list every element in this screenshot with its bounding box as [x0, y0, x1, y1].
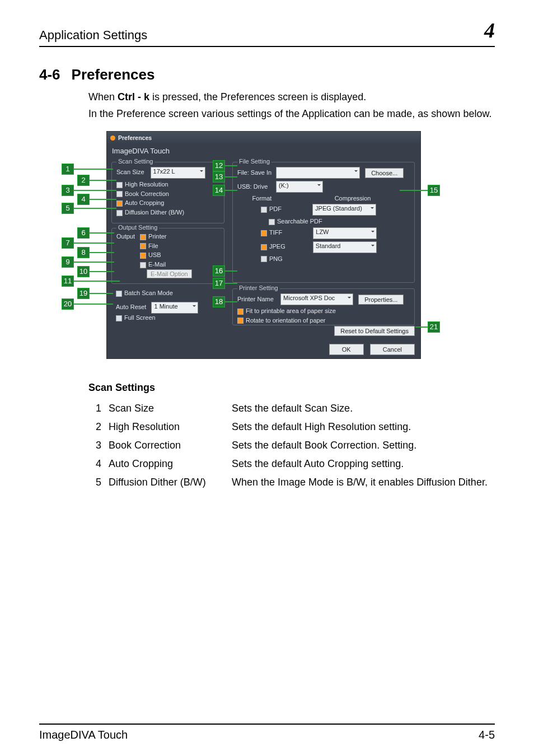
callout-20: 20: [62, 298, 74, 310]
callout-2: 2: [77, 175, 90, 186]
scan-settings-heading: Scan Settings: [88, 382, 495, 394]
callout-16: 16: [213, 265, 225, 277]
auto-reset-combo[interactable]: 1 Minute: [151, 302, 198, 314]
callout-12: 12: [213, 160, 225, 171]
table-row: 2High ResolutionSets the default High Re…: [88, 418, 491, 436]
format-pdf-checkbox[interactable]: [261, 207, 267, 213]
callout-10: 10: [77, 266, 90, 277]
ok-button[interactable]: OK: [329, 344, 364, 355]
callout-17: 17: [213, 278, 225, 289]
printer-setting-legend: Printer Setting: [237, 284, 280, 291]
preferences-figure: Preferences ImageDIVA Touch Scan Setting…: [62, 131, 442, 367]
rotate-checkbox[interactable]: [237, 318, 243, 324]
full-screen-checkbox[interactable]: [116, 315, 122, 321]
callout-14: 14: [213, 185, 225, 196]
file-setting-legend: File Setting: [237, 158, 271, 165]
high-resolution-checkbox[interactable]: [116, 182, 123, 188]
callout-3: 3: [62, 185, 74, 196]
section-title: Preferences: [72, 66, 155, 83]
output-printer-checkbox[interactable]: [140, 234, 146, 240]
output-file-checkbox[interactable]: [140, 243, 146, 249]
output-email-checkbox[interactable]: [140, 262, 146, 268]
callout-15: 15: [428, 185, 440, 196]
callout-4: 4: [77, 194, 90, 205]
chapter-number: 4: [484, 18, 495, 43]
email-option-button[interactable]: E-Mail Option: [147, 269, 192, 278]
intro-text: When Ctrl - k is pressed, the Preference…: [88, 90, 495, 121]
usb-drive-combo[interactable]: (K:): [276, 181, 323, 193]
printer-setting-group: Printer Setting Printer Name Microsoft X…: [232, 288, 415, 325]
book-correction-checkbox[interactable]: [116, 191, 123, 197]
callout-5: 5: [62, 203, 74, 214]
window-heading: ImageDIVA Touch: [107, 144, 420, 156]
callout-11: 11: [62, 276, 74, 287]
callout-8: 8: [77, 247, 90, 258]
output-setting-group: Output Setting Output Printer File USB E…: [111, 228, 224, 284]
callout-21: 21: [428, 321, 440, 333]
scan-setting-legend: Scan Setting: [116, 158, 154, 165]
table-row: 3Book CorrectionSets the default Book Co…: [88, 436, 491, 455]
searchable-pdf-checkbox[interactable]: [269, 219, 275, 225]
choose-button[interactable]: Choose...: [365, 168, 404, 178]
pdf-compression-combo[interactable]: JPEG (Standard): [312, 204, 376, 216]
header-rule: [39, 46, 495, 47]
reset-defaults-button[interactable]: Reset to Default Settings: [334, 326, 415, 336]
scan-size-label: Scan Size: [116, 169, 144, 176]
scan-settings-table: 1Scan SizeSets the default Scan Size. 2H…: [88, 399, 491, 492]
jpeg-compression-combo[interactable]: Standard: [313, 241, 377, 253]
high-resolution-label: High Resolution: [125, 181, 168, 188]
callout-7: 7: [62, 237, 74, 249]
file-setting-group: File Setting File: Save In Choose... USB…: [232, 162, 415, 283]
section-number: 4-6: [39, 66, 60, 83]
book-correction-label: Book Correction: [125, 190, 169, 197]
auto-cropping-checkbox[interactable]: [116, 200, 123, 207]
scan-size-combo[interactable]: 17x22 L: [151, 167, 205, 179]
diffusion-dither-checkbox[interactable]: [116, 210, 123, 216]
window-titlebar: Preferences: [107, 132, 420, 144]
format-png-checkbox[interactable]: [261, 256, 267, 262]
diffusion-dither-label: Diffusion Dither (B/W): [125, 209, 184, 216]
cancel-button[interactable]: Cancel: [370, 344, 415, 355]
format-tiff-checkbox[interactable]: [261, 230, 267, 236]
callout-19: 19: [77, 288, 90, 299]
table-row: 5Diffusion Dither (B/W)When the Image Mo…: [88, 473, 491, 492]
table-row: 4Auto CroppingSets the default Auto Crop…: [88, 455, 491, 473]
batch-scan-checkbox[interactable]: [116, 291, 122, 297]
callout-13: 13: [213, 171, 225, 183]
output-label: Output: [116, 233, 135, 240]
preferences-window: Preferences ImageDIVA Touch Scan Setting…: [106, 131, 421, 359]
tiff-compression-combo[interactable]: LZW: [313, 227, 377, 239]
format-jpeg-checkbox[interactable]: [261, 244, 267, 250]
callout-18: 18: [213, 296, 225, 307]
table-row: 1Scan SizeSets the default Scan Size.: [88, 399, 491, 418]
app-icon: [110, 136, 115, 141]
output-setting-legend: Output Setting: [116, 224, 159, 231]
scan-setting-group: Scan Setting Scan Size 17x22 L High Reso…: [111, 162, 224, 223]
auto-cropping-label: Auto Cropping: [125, 199, 164, 206]
callout-9: 9: [62, 256, 74, 268]
footer-page: 4-5: [479, 729, 495, 741]
footer-product: ImageDIVA Touch: [39, 729, 128, 741]
callout-6: 6: [77, 227, 90, 239]
footer: ImageDIVA Touch 4-5: [39, 724, 495, 741]
file-savein-field[interactable]: [276, 167, 360, 179]
callout-1: 1: [62, 164, 74, 175]
output-usb-checkbox[interactable]: [140, 253, 146, 259]
auto-reset-label: Auto Reset: [116, 304, 146, 311]
header-title: Application Settings: [39, 28, 147, 43]
properties-button[interactable]: Properties...: [358, 295, 404, 305]
window-caption: Preferences: [118, 134, 152, 141]
fit-area-checkbox[interactable]: [237, 309, 243, 315]
printer-name-combo[interactable]: Microsoft XPS Doc: [280, 293, 353, 305]
